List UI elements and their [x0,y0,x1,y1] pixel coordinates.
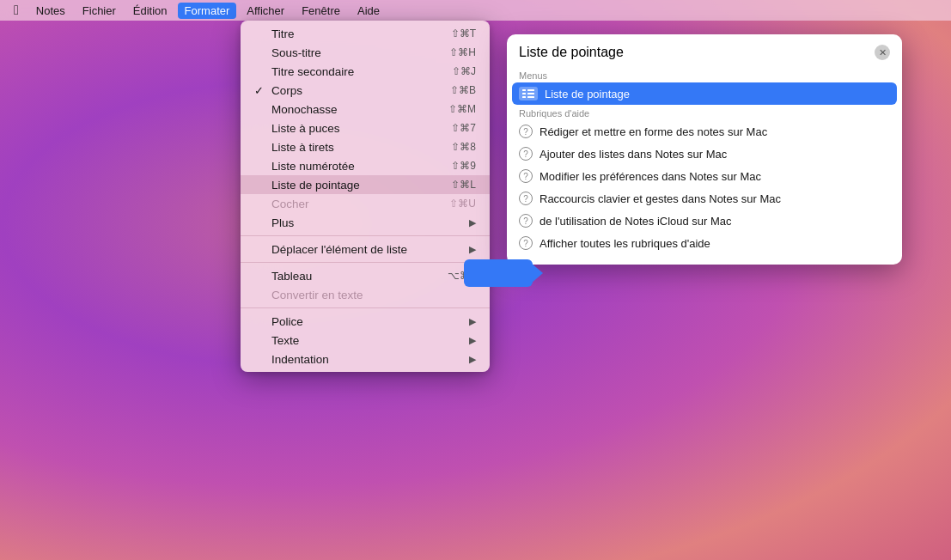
svg-rect-1 [527,89,534,91]
separator-3 [241,307,490,308]
arrow-deplacer: ▶ [469,244,476,255]
help-section-rubriques: Rubriques d'aide [507,105,902,120]
menu-item-convertir: Convertir en texte [241,285,490,304]
checkmark-plus [254,216,266,229]
apple-menu[interactable]:  [7,3,26,18]
help-item-6[interactable]: ? Afficher toutes les rubriques d'aide [507,232,902,254]
menu-item-sous-titre[interactable]: Sous-titre ⇧⌘H [241,43,490,62]
menu-item-liste-tirets[interactable]: Liste à tirets ⇧⌘8 [241,137,490,156]
list-icon [519,87,538,100]
help-circle-icon-2: ? [519,147,533,161]
fenetre-menu[interactable]: Fenêtre [295,3,347,19]
menu-item-titre[interactable]: Titre ⇧⌘T [241,24,490,43]
help-item-3[interactable]: ? Modifier les préférences dans Notes su… [507,165,902,187]
help-item-4[interactable]: ? Raccourcis clavier et gestes dans Note… [507,187,902,210]
help-circle-icon-6: ? [519,236,533,250]
checkmark-titre-sec [254,65,266,78]
menu-item-cocher-label: Cocher [271,198,309,210]
menu-item-sous-titre-label: Sous-titre [271,46,321,59]
checkmark-liste-puces [254,122,266,135]
checkmark-texte [254,334,266,347]
menu-item-corps-label: Corps [271,84,302,97]
help-circle-icon-3: ? [519,169,533,183]
checkmark-convertir [254,289,266,301]
fichier-menu[interactable]: Fichier [76,3,123,19]
menu-item-titre-sec[interactable]: Titre secondaire ⇧⌘J [241,62,490,81]
menu-item-liste-pointage[interactable]: Liste de pointage ⇧⌘L [241,175,490,194]
menu-item-texte-label: Texte [271,334,299,347]
menu-item-monochasse[interactable]: Monochasse ⇧⌘M [241,100,490,119]
help-circle-icon-5: ? [519,214,533,228]
svg-rect-4 [522,96,526,98]
menu-item-liste-num[interactable]: Liste numérotée ⇧⌘9 [241,156,490,175]
help-panel-title: Liste de pointage [519,45,624,60]
menu-item-convertir-label: Convertir en texte [271,289,363,301]
menu-item-texte[interactable]: Texte ▶ [241,331,490,350]
separator-1 [241,235,490,236]
menu-item-liste-puces-label: Liste à puces [271,122,340,135]
checkmark-sous-titre [254,46,266,59]
checkmark-liste-num [254,160,266,173]
shortcut-liste-tirets: ⇧⌘8 [451,141,476,153]
aide-menu[interactable]: Aide [351,3,387,19]
menu-item-tableau-label: Tableau [271,270,312,283]
menu-item-police-label: Police [271,315,303,328]
afficher-menu[interactable]: Afficher [240,3,291,19]
menu-item-corps[interactable]: ✓ Corps ⇧⌘B [241,81,490,100]
checkmark-monochasse [254,103,266,116]
checkmark-indentation [254,353,266,366]
help-item-1[interactable]: ? Rédiger et mettre en forme des notes s… [507,120,902,143]
menu-item-indentation[interactable]: Indentation ▶ [241,350,490,368]
help-circle-icon-1: ? [519,125,533,138]
shortcut-liste-pointage: ⇧⌘L [451,179,476,191]
menu-item-tableau[interactable]: Tableau ⌥⌘T [241,266,490,285]
menu-item-monochasse-label: Monochasse [271,103,338,116]
shortcut-cocher: ⇧⌘U [449,198,476,210]
svg-rect-3 [527,93,534,94]
checkmark-deplacer [254,243,266,256]
checkmark-titre [254,27,266,40]
checkmark-tableau [254,270,266,283]
help-item-6-text: Afficher toutes les rubriques d'aide [540,237,710,250]
help-item-3-text: Modifier les préférences dans Notes sur … [540,170,761,183]
shortcut-sous-titre: ⇧⌘H [449,46,476,58]
svg-rect-0 [522,89,526,91]
menu-item-police[interactable]: Police ▶ [241,312,490,331]
help-circle-icon-4: ? [519,192,533,205]
help-panel-header: Liste de pointage ✕ [507,34,902,67]
menu-item-cocher: Cocher ⇧⌘U [241,194,490,213]
help-item-liste-pointage[interactable]: Liste de pointage [512,82,897,105]
help-item-5[interactable]: ? de l'utilisation de Notes iCloud sur M… [507,210,902,232]
menu-item-indentation-label: Indentation [271,353,329,366]
checkmark-cocher [254,198,266,210]
separator-2 [241,262,490,263]
menu-item-plus-label: Plus [271,216,294,229]
format-dropdown: Titre ⇧⌘T Sous-titre ⇧⌘H Titre secondair… [241,21,490,372]
help-item-2[interactable]: ? Ajouter des listes dans Notes sur Mac [507,143,902,165]
menu-item-deplacer[interactable]: Déplacer l'élément de liste ▶ [241,240,490,259]
edition-menu[interactable]: Édition [126,3,174,19]
close-icon: ✕ [879,47,887,58]
checkmark-police [254,315,266,328]
menu-item-titre-label: Titre [271,27,295,40]
help-item-liste-pointage-text: Liste de pointage [545,88,630,100]
shortcut-titre: ⇧⌘T [451,27,476,40]
menu-item-liste-tirets-label: Liste à tirets [271,141,334,154]
help-item-4-text: Raccourcis clavier et gestes dans Notes … [540,192,781,205]
blue-arrow-shape [464,259,533,287]
menu-item-liste-puces[interactable]: Liste à puces ⇧⌘7 [241,119,490,137]
blue-arrow-indicator [464,259,533,287]
arrow-police: ▶ [469,316,476,327]
arrow-texte: ▶ [469,335,476,346]
menu-item-plus[interactable]: Plus ▶ [241,213,490,232]
notes-menu[interactable]: Notes [29,3,72,19]
help-close-button[interactable]: ✕ [875,45,890,60]
help-panel: Liste de pointage ✕ Menus Liste de point… [507,34,902,265]
menu-item-deplacer-label: Déplacer l'élément de liste [271,243,407,256]
arrow-indentation: ▶ [469,354,476,365]
help-item-1-text: Rédiger et mettre en forme des notes sur… [540,125,767,138]
formater-menu[interactable]: Formater [178,3,237,19]
shortcut-corps: ⇧⌘B [450,84,476,96]
svg-rect-2 [522,93,526,94]
menu-item-liste-pointage-label: Liste de pointage [271,179,360,192]
